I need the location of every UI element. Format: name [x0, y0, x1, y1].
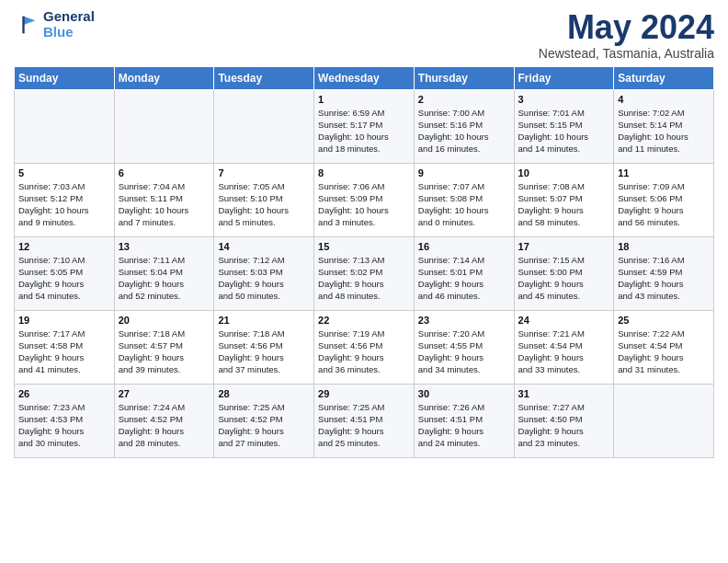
- day-number: 24: [518, 315, 610, 326]
- day-info: Sunrise: 7:10 AMSunset: 5:05 PMDaylight:…: [18, 254, 110, 303]
- day-info: Sunrise: 7:07 AMSunset: 5:08 PMDaylight:…: [418, 180, 510, 229]
- day-info: Sunrise: 7:12 AMSunset: 5:03 PMDaylight:…: [218, 254, 310, 303]
- calendar-cell-w2-d7: 11Sunrise: 7:09 AMSunset: 5:06 PMDayligh…: [614, 163, 714, 236]
- calendar-cell-w1-d7: 4Sunrise: 7:02 AMSunset: 5:14 PMDaylight…: [614, 89, 714, 163]
- calendar-page: General Blue May 2024 Newstead, Tasmania…: [0, 0, 728, 563]
- week-row-4: 19Sunrise: 7:17 AMSunset: 4:58 PMDayligh…: [15, 310, 714, 384]
- calendar-cell-w5-d4: 29Sunrise: 7:25 AMSunset: 4:51 PMDayligh…: [314, 384, 415, 457]
- day-info: Sunrise: 7:18 AMSunset: 4:57 PMDaylight:…: [119, 327, 210, 376]
- day-info: Sunrise: 7:22 AMSunset: 4:54 PMDaylight:…: [618, 327, 710, 376]
- day-number: 20: [119, 315, 210, 326]
- calendar-header-row: Sunday Monday Tuesday Wednesday Thursday…: [15, 66, 714, 89]
- svg-rect-0: [14, 12, 40, 38]
- calendar-cell-w3-d7: 18Sunrise: 7:16 AMSunset: 4:59 PMDayligh…: [614, 236, 714, 310]
- calendar-cell-w2-d4: 8Sunrise: 7:06 AMSunset: 5:09 PMDaylight…: [314, 163, 415, 236]
- day-info: Sunrise: 7:18 AMSunset: 4:56 PMDaylight:…: [218, 327, 310, 376]
- day-info: Sunrise: 7:19 AMSunset: 4:56 PMDaylight:…: [318, 327, 410, 376]
- day-number: 28: [218, 388, 310, 399]
- calendar-cell-w4-d4: 22Sunrise: 7:19 AMSunset: 4:56 PMDayligh…: [314, 310, 415, 384]
- day-info: Sunrise: 7:05 AMSunset: 5:10 PMDaylight:…: [218, 180, 310, 229]
- calendar-cell-w2-d3: 7Sunrise: 7:05 AMSunset: 5:10 PMDaylight…: [214, 163, 314, 236]
- day-info: Sunrise: 7:00 AMSunset: 5:16 PMDaylight:…: [418, 107, 510, 155]
- day-number: 19: [18, 315, 110, 326]
- logo: General Blue: [14, 9, 95, 40]
- calendar-cell-w5-d5: 30Sunrise: 7:26 AMSunset: 4:51 PMDayligh…: [414, 384, 514, 457]
- calendar-table: Sunday Monday Tuesday Wednesday Thursday…: [14, 66, 714, 458]
- day-number: 27: [119, 388, 210, 399]
- calendar-cell-w4-d6: 24Sunrise: 7:21 AMSunset: 4:54 PMDayligh…: [514, 310, 614, 384]
- col-saturday: Saturday: [614, 66, 714, 89]
- calendar-cell-w5-d2: 27Sunrise: 7:24 AMSunset: 4:52 PMDayligh…: [114, 384, 214, 457]
- calendar-cell-w1-d1: [15, 89, 115, 163]
- calendar-cell-w5-d3: 28Sunrise: 7:25 AMSunset: 4:52 PMDayligh…: [214, 384, 314, 457]
- day-number: 1: [318, 94, 410, 105]
- day-number: 31: [518, 388, 610, 399]
- calendar-cell-w1-d5: 2Sunrise: 7:00 AMSunset: 5:16 PMDaylight…: [414, 89, 514, 163]
- day-number: 17: [518, 241, 610, 252]
- calendar-cell-w3-d1: 12Sunrise: 7:10 AMSunset: 5:05 PMDayligh…: [15, 236, 115, 310]
- day-number: 12: [18, 241, 110, 252]
- calendar-cell-w2-d1: 5Sunrise: 7:03 AMSunset: 5:12 PMDaylight…: [15, 163, 115, 236]
- day-info: Sunrise: 7:13 AMSunset: 5:02 PMDaylight:…: [318, 254, 410, 303]
- week-row-2: 5Sunrise: 7:03 AMSunset: 5:12 PMDaylight…: [15, 163, 714, 236]
- day-number: 25: [618, 315, 710, 326]
- col-wednesday: Wednesday: [314, 66, 415, 89]
- day-info: Sunrise: 7:21 AMSunset: 4:54 PMDaylight:…: [518, 327, 610, 376]
- day-number: 3: [518, 94, 610, 105]
- day-number: 9: [418, 167, 510, 178]
- day-info: Sunrise: 7:09 AMSunset: 5:06 PMDaylight:…: [618, 180, 710, 229]
- day-info: Sunrise: 7:26 AMSunset: 4:51 PMDaylight:…: [418, 401, 510, 450]
- week-row-5: 26Sunrise: 7:23 AMSunset: 4:53 PMDayligh…: [15, 384, 714, 457]
- day-number: 5: [18, 167, 110, 178]
- day-number: 13: [119, 241, 210, 252]
- day-info: Sunrise: 7:24 AMSunset: 4:52 PMDaylight:…: [119, 401, 210, 450]
- day-info: Sunrise: 7:15 AMSunset: 5:00 PMDaylight:…: [518, 254, 610, 303]
- day-number: 18: [618, 241, 710, 252]
- day-number: 21: [218, 315, 310, 326]
- day-number: 10: [518, 167, 610, 178]
- day-number: 29: [318, 388, 410, 399]
- calendar-cell-w4-d7: 25Sunrise: 7:22 AMSunset: 4:54 PMDayligh…: [614, 310, 714, 384]
- week-row-1: 1Sunrise: 6:59 AMSunset: 5:17 PMDaylight…: [15, 89, 714, 163]
- calendar-cell-w1-d4: 1Sunrise: 6:59 AMSunset: 5:17 PMDaylight…: [314, 89, 415, 163]
- col-monday: Monday: [114, 66, 214, 89]
- day-info: Sunrise: 7:11 AMSunset: 5:04 PMDaylight:…: [119, 254, 210, 303]
- day-number: 15: [318, 241, 410, 252]
- calendar-cell-w3-d3: 14Sunrise: 7:12 AMSunset: 5:03 PMDayligh…: [214, 236, 314, 310]
- calendar-cell-w2-d5: 9Sunrise: 7:07 AMSunset: 5:08 PMDaylight…: [414, 163, 514, 236]
- calendar-cell-w4-d5: 23Sunrise: 7:20 AMSunset: 4:55 PMDayligh…: [414, 310, 514, 384]
- logo-text: General Blue: [43, 9, 95, 40]
- col-thursday: Thursday: [414, 66, 514, 89]
- calendar-cell-w1-d3: [214, 89, 314, 163]
- day-info: Sunrise: 7:03 AMSunset: 5:12 PMDaylight:…: [18, 180, 110, 229]
- day-info: Sunrise: 7:23 AMSunset: 4:53 PMDaylight:…: [18, 401, 110, 450]
- calendar-cell-w1-d6: 3Sunrise: 7:01 AMSunset: 5:15 PMDaylight…: [514, 89, 614, 163]
- location: Newstead, Tasmania, Australia: [539, 46, 714, 61]
- day-info: Sunrise: 7:06 AMSunset: 5:09 PMDaylight:…: [318, 180, 410, 229]
- calendar-cell-w2-d6: 10Sunrise: 7:08 AMSunset: 5:07 PMDayligh…: [514, 163, 614, 236]
- col-sunday: Sunday: [15, 66, 115, 89]
- col-tuesday: Tuesday: [214, 66, 314, 89]
- day-info: Sunrise: 7:04 AMSunset: 5:11 PMDaylight:…: [119, 180, 210, 229]
- day-info: Sunrise: 7:17 AMSunset: 4:58 PMDaylight:…: [18, 327, 110, 376]
- calendar-cell-w5-d7: [614, 384, 714, 457]
- calendar-cell-w3-d5: 16Sunrise: 7:14 AMSunset: 5:01 PMDayligh…: [414, 236, 514, 310]
- logo-icon: [14, 12, 40, 38]
- day-info: Sunrise: 7:20 AMSunset: 4:55 PMDaylight:…: [418, 327, 510, 376]
- day-number: 14: [218, 241, 310, 252]
- day-number: 22: [318, 315, 410, 326]
- calendar-cell-w5-d6: 31Sunrise: 7:27 AMSunset: 4:50 PMDayligh…: [514, 384, 614, 457]
- week-row-3: 12Sunrise: 7:10 AMSunset: 5:05 PMDayligh…: [15, 236, 714, 310]
- calendar-cell-w3-d2: 13Sunrise: 7:11 AMSunset: 5:04 PMDayligh…: [114, 236, 214, 310]
- day-number: 8: [318, 167, 410, 178]
- day-info: Sunrise: 7:27 AMSunset: 4:50 PMDaylight:…: [518, 401, 610, 450]
- day-number: 6: [119, 167, 210, 178]
- calendar-cell-w4-d3: 21Sunrise: 7:18 AMSunset: 4:56 PMDayligh…: [214, 310, 314, 384]
- day-info: Sunrise: 7:02 AMSunset: 5:14 PMDaylight:…: [618, 107, 710, 155]
- day-number: 30: [418, 388, 510, 399]
- day-number: 26: [18, 388, 110, 399]
- calendar-cell-w3-d6: 17Sunrise: 7:15 AMSunset: 5:00 PMDayligh…: [514, 236, 614, 310]
- calendar-cell-w2-d2: 6Sunrise: 7:04 AMSunset: 5:11 PMDaylight…: [114, 163, 214, 236]
- day-info: Sunrise: 7:25 AMSunset: 4:51 PMDaylight:…: [318, 401, 410, 450]
- header: General Blue May 2024 Newstead, Tasmania…: [14, 9, 714, 61]
